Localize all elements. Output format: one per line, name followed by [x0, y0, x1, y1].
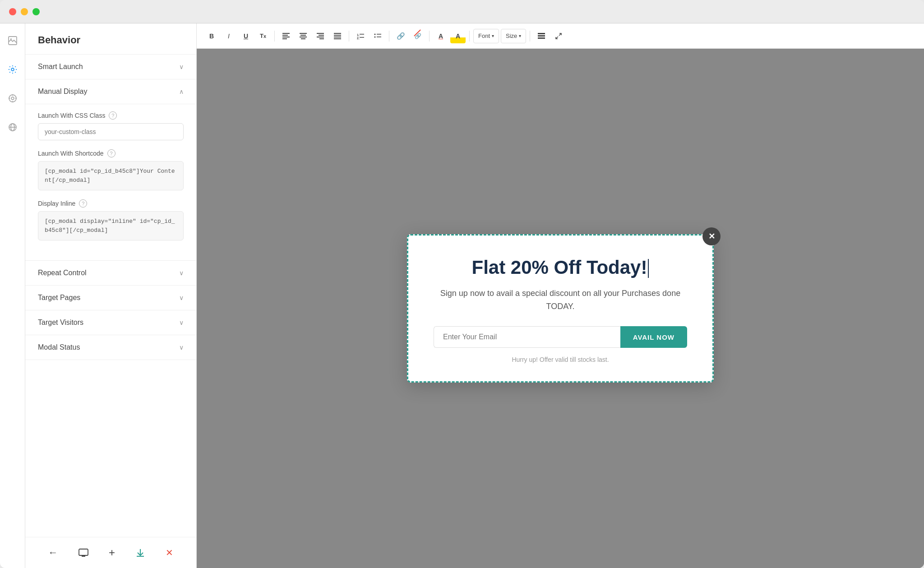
- css-class-label-text: Launch With CSS Class: [38, 112, 105, 119]
- maximize-window-button[interactable]: [32, 8, 40, 15]
- main-layout: Behavior Smart Launch ∨ Manual Display ∧…: [0, 23, 924, 568]
- inline-value[interactable]: [cp_modal display="inline" id="cp_id_b45…: [38, 211, 184, 240]
- modal-subtitle: Sign up now to avail a special discount …: [434, 287, 687, 313]
- close-window-button[interactable]: [9, 8, 16, 15]
- justify-button[interactable]: [330, 29, 345, 43]
- underline-button[interactable]: U: [238, 29, 254, 43]
- svg-point-36: [374, 33, 376, 35]
- svg-rect-18: [282, 37, 290, 37]
- svg-rect-37: [377, 34, 381, 35]
- svg-rect-40: [538, 33, 545, 34]
- link-button[interactable]: 🔗: [393, 29, 408, 43]
- bg-color-button[interactable]: A: [450, 29, 466, 43]
- unlink-button[interactable]: 🔗: [410, 29, 425, 43]
- minimize-window-button[interactable]: [21, 8, 28, 15]
- svg-rect-41: [538, 35, 545, 37]
- unordered-list-button[interactable]: [370, 29, 385, 43]
- avail-now-button[interactable]: AVAIL NOW: [620, 326, 687, 348]
- app-window: Behavior Smart Launch ∨ Manual Display ∧…: [0, 0, 924, 568]
- svg-rect-31: [334, 38, 341, 39]
- bold-button[interactable]: B: [204, 29, 219, 43]
- svg-rect-23: [301, 38, 305, 39]
- modal-title-text: Flat 20% Off Today!: [472, 257, 647, 278]
- download-button[interactable]: [134, 546, 147, 559]
- inline-label-text: Display Inline: [38, 200, 75, 207]
- back-button[interactable]: ←: [46, 545, 60, 560]
- email-input[interactable]: [434, 326, 620, 348]
- delete-button[interactable]: ✕: [164, 545, 175, 560]
- section-manual-display[interactable]: Manual Display ∧: [25, 79, 196, 104]
- toolbar-sep-4: [429, 31, 430, 42]
- size-label: Size: [506, 32, 517, 39]
- modal-title: Flat 20% Off Today!: [434, 257, 687, 278]
- font-color-button[interactable]: A: [433, 29, 448, 43]
- section-smart-launch[interactable]: Smart Launch ∨: [25, 55, 196, 79]
- css-class-label-row: Launch With CSS Class ?: [38, 111, 184, 120]
- shortcode-help-icon[interactable]: ?: [107, 149, 116, 157]
- svg-rect-12: [79, 549, 88, 555]
- main-content: B I U Tx: [197, 23, 924, 568]
- manual-display-content: Launch With CSS Class ? Launch With Shor…: [25, 104, 196, 261]
- svg-rect-42: [538, 37, 545, 39]
- svg-rect-22: [300, 37, 307, 37]
- toolbar-sep-6: [530, 31, 530, 42]
- css-class-field-group: Launch With CSS Class ?: [38, 111, 184, 140]
- toolbar-sep-5: [469, 31, 470, 42]
- close-icon: ✕: [708, 231, 715, 241]
- size-chevron-icon: ▾: [519, 33, 521, 38]
- modal-footnote: Hurry up! Offer valid till stocks last.: [434, 356, 687, 363]
- smart-launch-label: Smart Launch: [38, 63, 83, 71]
- modal-popup: ✕ Flat 20% Off Today! Sign up now to ava…: [407, 234, 714, 383]
- align-left-button[interactable]: [278, 29, 294, 43]
- target-pages-chevron: ∨: [179, 294, 184, 301]
- svg-rect-29: [334, 35, 341, 36]
- expand-button[interactable]: [551, 29, 566, 43]
- section-repeat-control[interactable]: Repeat Control ∨: [25, 261, 196, 286]
- modal-close-button[interactable]: ✕: [702, 227, 721, 245]
- css-class-input[interactable]: [38, 123, 184, 140]
- align-right-button[interactable]: [313, 29, 328, 43]
- size-dropdown[interactable]: Size ▾: [501, 29, 526, 43]
- strikethrough-button[interactable]: Tx: [255, 29, 271, 43]
- rail-target-icon[interactable]: [5, 90, 21, 106]
- svg-rect-24: [317, 33, 324, 34]
- section-target-pages[interactable]: Target Pages ∨: [25, 286, 196, 310]
- svg-point-38: [374, 36, 376, 37]
- monitor-button[interactable]: [77, 547, 90, 559]
- toolbar-sep-2: [349, 31, 349, 42]
- css-class-help-icon[interactable]: ?: [109, 111, 117, 120]
- svg-rect-30: [334, 37, 341, 37]
- repeat-control-chevron: ∨: [179, 269, 184, 277]
- font-dropdown[interactable]: Font ▾: [473, 29, 499, 43]
- shortcode-value[interactable]: [cp_modal id="cp_id_b45c8"]Your Content[…: [38, 161, 184, 190]
- shortcode-label-row: Launch With Shortcode ?: [38, 149, 184, 157]
- sidebar-title: Behavior: [25, 23, 196, 55]
- rail-globe-icon[interactable]: [5, 119, 21, 135]
- svg-point-2: [11, 68, 14, 71]
- rail-settings-icon[interactable]: [5, 61, 21, 78]
- section-target-visitors[interactable]: Target Visitors ∨: [25, 310, 196, 335]
- add-button[interactable]: +: [107, 545, 117, 561]
- align-center-button[interactable]: [296, 29, 311, 43]
- rail-image-icon[interactable]: [5, 32, 21, 49]
- help-symbol: ?: [111, 113, 114, 118]
- svg-text:2.: 2.: [357, 37, 360, 39]
- repeat-control-label: Repeat Control: [38, 269, 87, 277]
- toolbar-sep-1: [274, 31, 275, 42]
- inline-help-icon[interactable]: ?: [79, 199, 87, 208]
- section-modal-status[interactable]: Modal Status ∨: [25, 335, 196, 360]
- editor-toolbar: B I U Tx: [197, 23, 924, 49]
- shortcode-label-text: Launch With Shortcode: [38, 150, 104, 157]
- sidebar-bottom-bar: ← + ✕: [25, 537, 196, 568]
- smart-launch-chevron: ∨: [179, 63, 184, 70]
- italic-button[interactable]: I: [221, 29, 236, 43]
- svg-rect-33: [360, 34, 364, 35]
- svg-rect-25: [319, 35, 324, 36]
- list-view-button[interactable]: [534, 29, 549, 43]
- ordered-list-button[interactable]: 1. 2.: [353, 29, 368, 43]
- svg-rect-26: [317, 37, 324, 37]
- svg-rect-20: [300, 33, 307, 34]
- font-label: Font: [478, 32, 490, 39]
- titlebar: [0, 0, 924, 23]
- help-symbol-3: ?: [82, 201, 84, 206]
